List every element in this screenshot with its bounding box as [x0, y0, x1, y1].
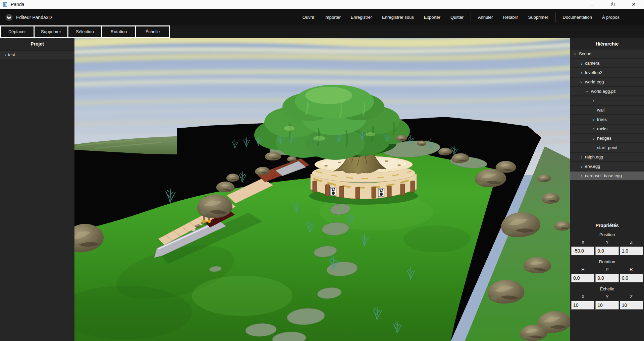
properties-panel: Propriétés Position X Y Z Rotation H P R: [570, 223, 644, 310]
hierarchy-item-scene[interactable]: › Scene: [570, 50, 644, 58]
chevron-right-icon[interactable]: ›: [3, 52, 8, 58]
menu-importer[interactable]: Importer: [319, 9, 345, 25]
menubar: Éditeur Panda3D Ouvrir Importer Enregist…: [0, 9, 644, 25]
hierarchy-item-trees[interactable]: › trees: [570, 115, 644, 124]
hierarchy-item-ralph-egg[interactable]: › ralph.egg: [570, 153, 644, 161]
axis-label-r: R: [619, 267, 643, 272]
restore-icon: [611, 3, 614, 6]
axis-label-z: Z: [619, 294, 643, 299]
chevron-right-icon[interactable]: ›: [591, 98, 596, 104]
scale-x-field[interactable]: [571, 301, 594, 310]
tool-rotation-button[interactable]: Rotation: [102, 26, 135, 37]
menu-a-propos[interactable]: À propos: [597, 9, 625, 25]
minimize-icon: –: [591, 2, 593, 7]
position-x-field[interactable]: [571, 247, 594, 255]
hierarchy-item-start-point[interactable]: start_point: [570, 143, 644, 152]
hierarchy-item-rocks[interactable]: › rocks: [570, 125, 644, 133]
position-group-label: Position: [570, 232, 644, 237]
tool-supprimer-button[interactable]: Supprimer: [35, 26, 67, 37]
position-z-field[interactable]: [620, 247, 643, 255]
axis-label-y: Y: [595, 240, 619, 245]
chevron-right-icon[interactable]: ›: [591, 136, 596, 141]
close-button[interactable]: ✕: [623, 0, 644, 9]
menu-enregistrer-sous[interactable]: Enregistrer sous: [377, 9, 419, 25]
hierarchy-item-levelfun2[interactable]: › levelfun2: [570, 68, 644, 77]
hierarchy-tree: › Scene › camera › levelfun2 › world.egg…: [570, 50, 644, 180]
window-title: Panda: [11, 2, 24, 7]
rotation-h-field[interactable]: [571, 274, 594, 282]
menu-separator: [555, 12, 556, 22]
rotation-group-label: Rotation: [570, 259, 644, 264]
hierarchy-item-unnamed[interactable]: ›: [570, 96, 644, 105]
hierarchy-item-camera[interactable]: › camera: [570, 59, 644, 67]
axis-label-h: H: [571, 267, 595, 272]
minimize-button[interactable]: –: [582, 0, 602, 9]
panda3d-logo-icon: [5, 14, 13, 21]
menu-retablir[interactable]: Rétablir: [498, 9, 523, 25]
hierarchy-item-wall[interactable]: wall: [570, 106, 644, 114]
hierarchy-item-hedges[interactable]: › hedges: [570, 134, 644, 142]
menu-annuler[interactable]: Annuler: [473, 9, 498, 25]
chevron-right-icon[interactable]: ›: [579, 164, 584, 169]
menu-documentation[interactable]: Documentation: [558, 9, 597, 25]
menu-separator: [471, 12, 471, 22]
3d-viewport[interactable]: [74, 38, 570, 341]
menu-quitter[interactable]: Quitter: [445, 9, 469, 25]
chevron-down-icon[interactable]: ›: [573, 51, 578, 57]
restore-button[interactable]: [602, 0, 623, 9]
hierarchy-item-world-egg-pz[interactable]: › world.egg.pz: [570, 87, 644, 95]
tool-selection-button[interactable]: Sélection: [68, 26, 101, 37]
toolbar: Déplacer Supprimer Sélection Rotation Éc…: [0, 25, 644, 38]
axis-label-x: X: [571, 294, 595, 299]
hierarchy-item-carousel-base-egg[interactable]: › carousel_base.egg: [570, 172, 644, 180]
axis-label-y: Y: [595, 294, 619, 299]
scale-y-field[interactable]: [595, 301, 619, 310]
menu-exporter[interactable]: Exporter: [419, 9, 445, 25]
axis-label-z: Z: [619, 240, 643, 245]
menu-enregistrer[interactable]: Enregistrer: [346, 9, 377, 25]
rotation-r-field[interactable]: [620, 274, 643, 282]
scale-z-field[interactable]: [620, 301, 643, 310]
hierarchy-item-env-egg[interactable]: › env.egg: [570, 162, 644, 170]
scale-group-label: Échelle: [570, 286, 644, 291]
chevron-down-icon[interactable]: ›: [579, 79, 584, 85]
app-brand: Éditeur Panda3D: [5, 14, 52, 21]
position-axes: X Y Z: [570, 240, 644, 245]
scale-axes: X Y Z: [570, 294, 644, 299]
tool-deplacer-button[interactable]: Déplacer: [1, 26, 34, 37]
app-window-icon: [3, 2, 8, 7]
rotation-p-field[interactable]: [595, 274, 619, 282]
hierarchy-item-world-egg[interactable]: › world.egg: [570, 78, 644, 86]
position-y-field[interactable]: [595, 247, 619, 255]
chevron-right-icon[interactable]: ›: [579, 173, 584, 179]
axis-label-p: P: [595, 267, 619, 272]
chevron-right-icon[interactable]: ›: [579, 154, 584, 160]
hierarchy-title: Hiérarchie: [570, 38, 644, 47]
chevron-right-icon[interactable]: ›: [579, 61, 584, 66]
tool-echelle-button[interactable]: Échelle: [136, 26, 169, 37]
axis-label-x: X: [571, 240, 595, 245]
window-titlebar: Panda – ✕: [0, 0, 644, 9]
menu-supprimer[interactable]: Supprimer: [523, 9, 553, 25]
menu-ouvrir[interactable]: Ouvrir: [298, 9, 319, 25]
project-panel-title: Projet: [0, 38, 74, 47]
chevron-down-icon[interactable]: ›: [585, 89, 590, 94]
project-item-label: test: [8, 52, 15, 57]
chevron-right-icon[interactable]: ›: [591, 117, 596, 122]
properties-title: Propriétés: [570, 223, 644, 228]
project-panel: Projet › test: [0, 38, 74, 341]
chevron-right-icon[interactable]: ›: [591, 126, 596, 132]
right-panel: Hiérarchie › Scene › camera › levelfun2 …: [570, 38, 644, 341]
chevron-right-icon[interactable]: ›: [579, 70, 584, 75]
rotation-axes: H P R: [570, 267, 644, 272]
close-icon: ✕: [632, 1, 636, 7]
app-title: Éditeur Panda3D: [16, 15, 52, 20]
project-item-test[interactable]: › test: [0, 50, 74, 59]
